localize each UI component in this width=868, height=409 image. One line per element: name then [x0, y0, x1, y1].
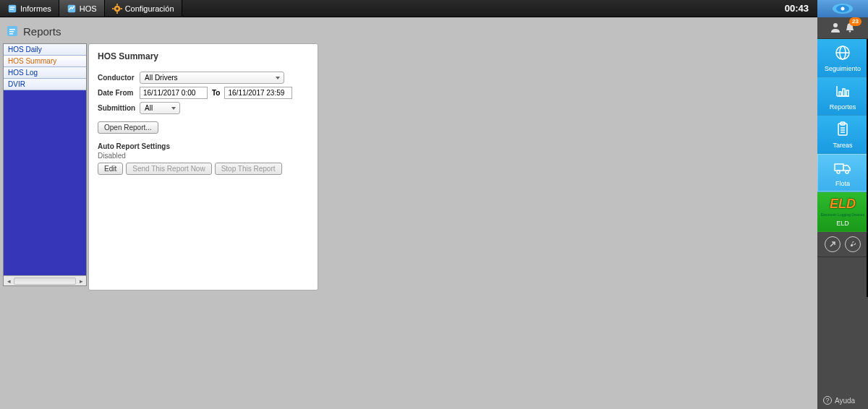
globe-icon [833, 45, 852, 62]
eld-logo: ELD [830, 198, 856, 210]
ribbon-label: Seguimiento [825, 65, 861, 72]
tab-label: HOS [80, 4, 97, 13]
ribbon-label: ELD [836, 220, 849, 227]
send-now-button[interactable]: Send This Report Now [126, 163, 211, 175]
svg-rect-8 [112, 8, 114, 9]
svg-point-33 [837, 171, 840, 173]
clipboard-icon [833, 121, 852, 139]
circle-button-1[interactable] [825, 236, 841, 252]
tab-informes[interactable]: Informes [0, 0, 59, 17]
open-report-button[interactable]: Open Report... [98, 121, 158, 134]
ribbon-tool-circles [817, 232, 868, 257]
svg-point-34 [846, 171, 848, 173]
svg-rect-6 [116, 4, 118, 6]
page-title: Reports [23, 25, 61, 38]
right-ribbon: 23 Seguimiento Reportes Tareas Flota ELD… [817, 0, 868, 409]
notification-bell[interactable]: 23 [844, 22, 856, 35]
user-bar: 23 [817, 17, 868, 39]
hos-icon [67, 4, 77, 14]
list-item-hos-daily[interactable]: HOS Daily [4, 44, 86, 56]
tab-hos[interactable]: HOS [59, 0, 105, 17]
help-icon: ? [823, 396, 832, 405]
auto-report-status: Disabled [98, 152, 309, 160]
label-date-from: Date From [98, 89, 137, 97]
edit-button[interactable]: Edit [98, 163, 123, 175]
brand-logo [817, 0, 868, 17]
report-type-list: HOS Daily HOS Summary HOS Log DVIR ◂ ▸ [3, 43, 87, 286]
wrench-icon [848, 240, 857, 249]
svg-rect-1 [10, 7, 15, 7]
list-item-hos-log[interactable]: HOS Log [4, 67, 86, 79]
user-icon[interactable] [830, 22, 841, 35]
chart-icon [833, 83, 852, 100]
gear-icon [112, 4, 122, 14]
label-to: To [212, 89, 220, 97]
tab-label: Configuración [125, 4, 174, 13]
svg-rect-11 [9, 29, 15, 30]
svg-rect-7 [116, 12, 118, 14]
help-link[interactable]: ? Ayuda [817, 392, 868, 409]
main-area: Reports HOS Daily HOS Summary HOS Log DV… [0, 17, 817, 409]
eld-sub: Electronic Logging Devices [821, 212, 864, 217]
clock-display: 00:43 [776, 0, 817, 17]
ribbon-label: Reportes [830, 103, 856, 111]
reports-page-icon [6, 25, 19, 38]
submission-select[interactable]: All [140, 102, 180, 114]
stop-report-button[interactable]: Stop This Report [215, 163, 282, 175]
ribbon-flota[interactable]: Flota [817, 154, 868, 192]
conductor-value: All Drivers [145, 74, 178, 82]
date-from-input[interactable] [140, 87, 208, 99]
help-label: Ayuda [835, 397, 855, 405]
svg-point-18 [849, 30, 851, 33]
ribbon-seguimiento[interactable]: Seguimiento [817, 39, 868, 77]
svg-rect-32 [835, 164, 843, 171]
ribbon-eld[interactable]: ELD Electronic Logging Devices ELD [817, 192, 868, 232]
scroll-left-icon[interactable]: ◂ [5, 277, 12, 285]
report-config-panel: HOS Summary Conductor All Drivers Date F… [88, 43, 318, 290]
svg-rect-26 [846, 90, 848, 96]
svg-point-5 [116, 7, 119, 10]
truck-icon [833, 160, 852, 177]
conductor-select[interactable]: All Drivers [140, 72, 284, 84]
svg-rect-24 [839, 92, 841, 96]
svg-point-16 [841, 7, 845, 11]
list-item-dvir[interactable]: DVIR [4, 79, 86, 90]
date-to-input[interactable] [224, 87, 292, 99]
svg-rect-9 [120, 8, 122, 9]
ribbon-label: Flota [835, 180, 850, 187]
top-tab-bar: Informes HOS Configuración 00:43 [0, 0, 817, 17]
svg-rect-25 [843, 89, 845, 96]
page-header: Reports [0, 17, 817, 43]
ribbon-label: Tareas [833, 142, 852, 149]
arrow-icon [828, 240, 837, 249]
ribbon-reportes[interactable]: Reportes [817, 77, 868, 116]
label-submission: Submittion [98, 104, 137, 112]
circle-button-2[interactable] [845, 236, 861, 252]
reports-icon [7, 4, 17, 14]
svg-rect-12 [9, 31, 14, 33]
panel-title: HOS Summary [98, 51, 309, 61]
tab-label: Informes [20, 4, 51, 13]
svg-point-17 [833, 23, 838, 27]
auto-report-heading: Auto Report Settings [98, 142, 309, 150]
list-item-hos-summary[interactable]: HOS Summary [4, 56, 86, 67]
scroll-track[interactable] [14, 277, 76, 285]
ribbon-tareas[interactable]: Tareas [817, 116, 868, 154]
svg-rect-13 [9, 33, 13, 35]
label-conductor: Conductor [98, 74, 137, 82]
tab-configuracion[interactable]: Configuración [105, 0, 182, 17]
notification-count: 23 [849, 17, 861, 26]
list-scrollbar[interactable]: ◂ ▸ [4, 275, 86, 285]
submission-value: All [145, 104, 153, 112]
svg-rect-2 [10, 9, 14, 9]
scroll-right-icon[interactable]: ▸ [77, 277, 85, 285]
